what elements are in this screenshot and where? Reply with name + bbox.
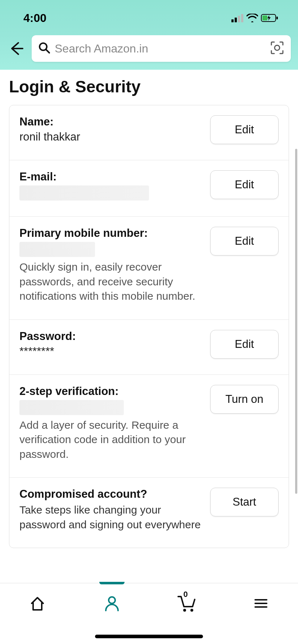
edit-email-button[interactable]: Edit xyxy=(210,170,279,199)
svg-rect-0 xyxy=(231,19,234,22)
status-icons xyxy=(231,14,278,22)
name-label: Name: xyxy=(19,115,203,128)
back-button[interactable] xyxy=(7,40,25,58)
setting-row-twostep: 2-step verification: Add a layer of secu… xyxy=(9,375,289,478)
search-box[interactable] xyxy=(32,35,291,62)
svg-point-11 xyxy=(183,609,186,612)
svg-line-8 xyxy=(46,50,49,53)
start-compromised-button[interactable]: Start xyxy=(210,488,279,516)
email-label: E-mail: xyxy=(19,170,203,183)
scan-icon[interactable] xyxy=(270,41,284,56)
setting-row-compromised: Compromised account? Take steps like cha… xyxy=(9,478,289,548)
nav-cart[interactable]: 0 xyxy=(176,593,197,614)
home-indicator[interactable] xyxy=(95,635,203,638)
svg-rect-6 xyxy=(262,15,267,20)
svg-point-12 xyxy=(190,609,193,612)
phone-value-redacted xyxy=(19,242,95,257)
svg-rect-1 xyxy=(235,18,237,22)
svg-rect-5 xyxy=(276,17,278,19)
svg-point-9 xyxy=(275,45,280,50)
compromised-label: Compromised account? xyxy=(19,488,203,501)
arrow-left-icon xyxy=(8,41,24,56)
phone-label: Primary mobile number: xyxy=(19,227,203,240)
battery-icon xyxy=(261,14,278,22)
scrollbar[interactable] xyxy=(295,149,297,494)
setting-row-name: Name: ronil thakkar Edit xyxy=(9,105,289,160)
search-input[interactable] xyxy=(55,42,266,55)
setting-row-password: Password: ******** Edit xyxy=(9,320,289,375)
menu-icon xyxy=(253,595,269,611)
signal-icon xyxy=(231,14,244,22)
search-icon xyxy=(38,42,50,55)
svg-rect-3 xyxy=(241,14,243,22)
nav-home[interactable] xyxy=(27,593,48,614)
twostep-value-redacted xyxy=(19,400,124,415)
bottom-nav: 0 xyxy=(0,583,298,644)
edit-phone-button[interactable]: Edit xyxy=(210,227,279,256)
wifi-icon xyxy=(247,14,258,22)
user-icon xyxy=(103,595,121,612)
password-value: ******** xyxy=(19,345,203,358)
status-bar: 4:00 xyxy=(0,7,298,29)
name-value: ronil thakkar xyxy=(19,130,203,143)
nav-menu[interactable] xyxy=(250,593,272,614)
twostep-label: 2-step verification: xyxy=(19,385,203,398)
nav-active-indicator xyxy=(74,582,149,584)
turn-on-twostep-button[interactable]: Turn on xyxy=(210,385,279,414)
setting-row-phone: Primary mobile number: Quickly sign in, … xyxy=(9,217,289,320)
email-value-redacted xyxy=(19,185,149,201)
svg-point-10 xyxy=(109,597,115,603)
password-label: Password: xyxy=(19,330,203,343)
edit-name-button[interactable]: Edit xyxy=(210,115,279,144)
nav-account[interactable] xyxy=(101,593,123,614)
edit-password-button[interactable]: Edit xyxy=(210,330,279,359)
cart-count: 0 xyxy=(184,590,188,599)
settings-card: Name: ronil thakkar Edit E-mail: Edit Pr… xyxy=(9,105,289,548)
svg-rect-2 xyxy=(238,16,240,22)
page-title: Login & Security xyxy=(0,70,298,105)
compromised-desc: Take steps like changing your password a… xyxy=(19,503,203,532)
twostep-desc: Add a layer of security. Require a verif… xyxy=(19,418,203,462)
setting-row-email: E-mail: Edit xyxy=(9,160,289,217)
home-icon xyxy=(29,595,46,612)
phone-desc: Quickly sign in, easily recover password… xyxy=(19,260,203,304)
status-time: 4:00 xyxy=(23,12,46,25)
